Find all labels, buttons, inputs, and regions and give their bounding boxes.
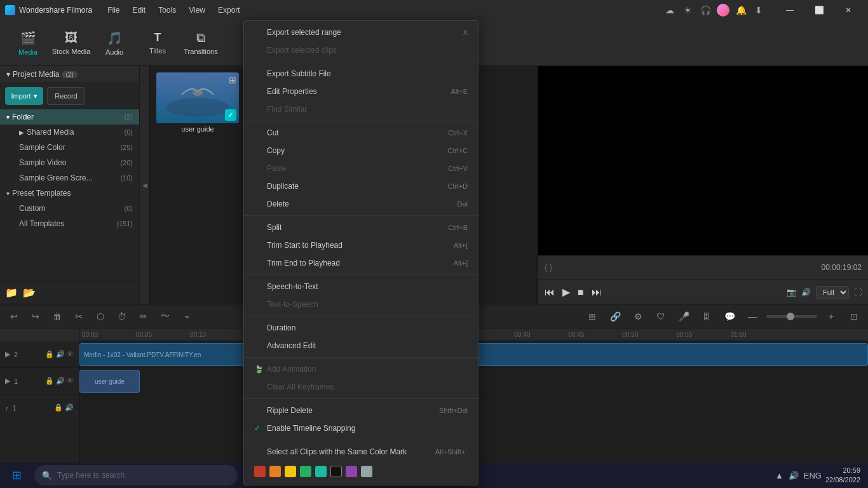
folder-icon[interactable]: 📂 <box>23 287 36 299</box>
menu-edit[interactable]: Edit <box>128 3 151 17</box>
sun-icon[interactable]: ☀ <box>681 4 694 17</box>
ctx-export-range[interactable]: Export selected range X <box>244 24 478 41</box>
step-forward-icon[interactable]: ⏭ <box>592 287 602 298</box>
mic-button[interactable]: 🎤 <box>675 308 693 325</box>
track-2-eye-icon[interactable]: 👁 <box>67 350 74 358</box>
shield-button[interactable]: 🛡 <box>652 308 670 325</box>
video-clip-1[interactable]: user guide <box>79 370 140 393</box>
tree-sample-green-screen[interactable]: Sample Green Scre... (10) <box>0 170 139 186</box>
color-dot-teal[interactable] <box>315 466 327 477</box>
color-dot-yellow[interactable] <box>285 466 296 477</box>
add-folder-icon[interactable]: 📁 <box>5 287 18 299</box>
delete-button[interactable]: 🗑 <box>48 308 66 325</box>
color-dot-red[interactable] <box>254 466 266 477</box>
redo-button[interactable]: ↪ <box>27 308 44 325</box>
minimize-button[interactable]: — <box>775 0 804 20</box>
ctx-split[interactable]: Split Ctrl+B <box>244 219 478 236</box>
tree-sample-color[interactable]: Sample Color (25) <box>0 140 139 155</box>
ctx-export-subtitle[interactable]: Export Subtitle File <box>244 65 478 83</box>
track-2-vol-icon[interactable]: 🔊 <box>56 350 65 358</box>
stop-icon[interactable]: ■ <box>578 287 584 298</box>
cloud-icon[interactable]: ☁ <box>663 4 676 17</box>
ctx-cut[interactable]: Cut Ctrl+X <box>244 124 478 142</box>
add-to-timeline-button[interactable]: ⊞ <box>583 308 601 325</box>
toolbar-audio[interactable]: 🎵 Audio <box>94 25 135 61</box>
ctx-speech-to-text[interactable]: Speech-to-Text <box>244 278 478 295</box>
color-dot-purple[interactable] <box>346 466 357 477</box>
notification-icon[interactable]: 🔔 <box>735 4 747 17</box>
ctx-advanced-edit[interactable]: Advanced Edit <box>244 337 478 355</box>
ctx-trim-end[interactable]: Trim End to Playhead Alt+] <box>244 254 478 272</box>
import-button[interactable]: Import ▾ <box>5 87 43 105</box>
tree-preset-templates[interactable]: ▾ Preset Templates <box>0 186 139 201</box>
panel-collapse-button[interactable]: ◀ <box>140 66 150 304</box>
tree-custom[interactable]: Custom (0) <box>0 201 139 216</box>
start-button[interactable]: ⊞ <box>3 463 31 488</box>
toolbar-transitions[interactable]: ⧉ Transitions <box>180 25 221 61</box>
subtitle-button[interactable]: 💬 <box>721 308 738 325</box>
ctx-select-same-color[interactable]: Select all Clips with the Same Color Mar… <box>244 443 478 461</box>
maximize-button[interactable]: ⬜ <box>804 0 834 20</box>
quality-select[interactable]: Full 1/2 1/4 <box>816 286 849 299</box>
color-dot-orange[interactable] <box>269 466 281 477</box>
track-1-lock-icon[interactable]: 🔒 <box>45 377 54 385</box>
headset-icon[interactable]: 🎧 <box>699 4 712 17</box>
volume-icon[interactable]: 🔊 <box>801 288 811 297</box>
record-button[interactable]: Record <box>47 87 85 105</box>
menu-file[interactable]: File <box>102 3 125 17</box>
track-1-vol-icon[interactable]: 🔊 <box>56 377 65 385</box>
ctx-ripple-delete[interactable]: Ripple Delete Shift+Del <box>244 402 478 419</box>
zoom-out-button[interactable]: — <box>743 308 761 325</box>
ctx-enable-snapping[interactable]: ✓ Enable Timeline Snapping <box>244 419 478 437</box>
taskbar-clock[interactable]: 20:59 22/08/2022 <box>825 466 860 485</box>
close-button[interactable]: ✕ <box>834 0 863 20</box>
tree-all-templates[interactable]: All Templates (151) <box>0 216 139 231</box>
expand-tray-icon[interactable]: ▲ <box>775 471 783 480</box>
color-dot-green[interactable] <box>300 466 311 477</box>
undo-button[interactable]: ↩ <box>5 308 23 325</box>
settings-icon[interactable]: ⚙ <box>629 308 647 325</box>
audio-vol-icon[interactable]: 🔊 <box>65 403 74 412</box>
tree-folder[interactable]: ▾ Folder (2) <box>0 109 139 125</box>
audio-edit-button[interactable]: 〜 <box>156 308 174 325</box>
ctx-duplicate[interactable]: Duplicate Ctrl+D <box>244 177 478 195</box>
audio-lock-icon[interactable]: 🔒 <box>54 403 63 412</box>
zoom-slider[interactable] <box>766 315 817 318</box>
user-avatar[interactable] <box>717 4 729 17</box>
download-icon[interactable]: ⬇ <box>752 4 765 17</box>
track-1-eye-icon[interactable]: 👁 <box>67 377 74 385</box>
ctx-copy[interactable]: Copy Ctrl+C <box>244 142 478 159</box>
ctx-duration[interactable]: Duration <box>244 319 478 337</box>
tree-shared-media[interactable]: ▶ Shared Media (0) <box>0 125 139 140</box>
toolbar-media[interactable]: 🎬 Media <box>8 25 48 61</box>
fullscreen-icon[interactable]: ⛶ <box>854 288 862 297</box>
menu-export[interactable]: Export <box>213 3 245 17</box>
speed-button[interactable]: ⏱ <box>113 308 131 325</box>
tree-sample-video[interactable]: Sample Video (20) <box>0 155 139 170</box>
ctx-delete[interactable]: Delete Del <box>244 195 478 213</box>
toolbar-titles[interactable]: T Titles <box>137 25 178 61</box>
edit-button[interactable]: ✏ <box>135 308 153 325</box>
effect-button[interactable]: ⌁ <box>178 308 196 325</box>
language-icon[interactable]: ENG <box>804 471 822 480</box>
screenshot-icon[interactable]: 📷 <box>787 288 796 297</box>
taskbar-search[interactable]: 🔍 Type here to search <box>34 465 238 485</box>
menu-view[interactable]: View <box>184 3 210 17</box>
cut-button[interactable]: ✂ <box>70 308 88 325</box>
track-2-lock-icon[interactable]: 🔒 <box>45 350 54 358</box>
ctx-edit-properties[interactable]: Edit Properties Alt+E <box>244 83 478 100</box>
zoom-in-button[interactable]: + <box>822 308 840 325</box>
color-dot-gray[interactable] <box>361 466 372 477</box>
step-back-icon[interactable]: ⏮ <box>545 287 555 298</box>
menu-tools[interactable]: Tools <box>153 3 181 17</box>
color-dot-black[interactable] <box>330 466 342 477</box>
link-button[interactable]: 🔗 <box>606 308 624 325</box>
play-icon[interactable]: ▶ <box>562 286 570 298</box>
speaker-icon[interactable]: 🔊 <box>789 471 799 480</box>
mix-button[interactable]: 🎛 <box>698 308 715 325</box>
toolbar-stock-media[interactable]: 🖼 Stock Media <box>51 25 92 61</box>
ctx-trim-start[interactable]: Trim Start to Playhead Alt+[ <box>244 236 478 254</box>
media-thumbnail[interactable]: ✓ ⊞ user guide <box>156 72 239 133</box>
crop-button[interactable]: ⬡ <box>92 308 109 325</box>
fit-button[interactable]: ⊡ <box>845 308 863 325</box>
